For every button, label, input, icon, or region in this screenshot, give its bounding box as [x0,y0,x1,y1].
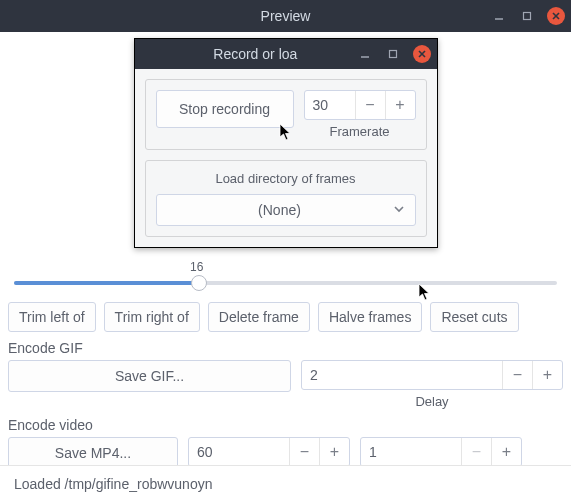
window-titlebar: Preview [0,0,571,32]
dialog-title: Record or loa [213,46,297,62]
video-framerate-input[interactable] [189,444,289,460]
recording-framerate-label: Framerate [330,124,390,139]
status-bar: Loaded /tmp/gifine_robwvunoyn [0,465,571,502]
slider-thumb[interactable] [191,275,207,291]
gif-delay-label: Delay [415,394,448,409]
video-loop-input[interactable] [361,444,461,460]
cursor-icon [418,283,432,301]
close-button[interactable] [547,7,565,25]
directory-combo[interactable]: (None) [156,194,416,226]
cursor-icon [279,123,293,141]
encode-gif-label: Encode GIF [8,340,563,356]
frame-slider[interactable] [14,274,557,292]
gif-delay-input[interactable] [302,367,502,383]
chevron-down-icon [393,202,405,218]
reset-cuts-button[interactable]: Reset cuts [430,302,518,332]
window-title: Preview [261,8,311,24]
encode-video-label: Encode video [8,417,563,433]
video-loop-spinbox[interactable]: − + [360,437,522,467]
halve-frames-button[interactable]: Halve frames [318,302,422,332]
minus-icon[interactable]: − [355,91,385,119]
dialog-maximize-button[interactable] [385,46,401,62]
plus-icon[interactable]: + [491,438,521,466]
trim-right-button[interactable]: Trim right of [104,302,200,332]
minimize-button[interactable] [491,8,507,24]
minus-icon[interactable]: − [289,438,319,466]
trim-left-button[interactable]: Trim left of [8,302,96,332]
status-text: Loaded /tmp/gifine_robwvunoyn [14,476,212,492]
plus-icon[interactable]: + [532,361,562,389]
recording-framerate-input[interactable] [305,97,355,113]
gif-delay-spinbox[interactable]: − + [301,360,563,390]
stop-recording-button[interactable]: Stop recording [156,90,294,128]
dialog-titlebar: Record or loa [135,39,437,69]
save-gif-button[interactable]: Save GIF... [8,360,291,392]
plus-icon[interactable]: + [385,91,415,119]
svg-rect-1 [524,13,531,20]
slider-value-label: 16 [190,260,557,274]
video-framerate-spinbox[interactable]: − + [188,437,350,467]
maximize-button[interactable] [519,8,535,24]
record-dialog: Record or loa Stop recording [134,38,438,248]
dialog-close-button[interactable] [413,45,431,63]
minus-icon[interactable]: − [502,361,532,389]
recording-framerate-spinbox[interactable]: − + [304,90,416,120]
dialog-minimize-button[interactable] [357,46,373,62]
minus-icon[interactable]: − [461,438,491,466]
svg-rect-5 [389,51,396,58]
delete-frame-button[interactable]: Delete frame [208,302,310,332]
directory-combo-value: (None) [167,202,393,218]
plus-icon[interactable]: + [319,438,349,466]
load-directory-label: Load directory of frames [156,171,416,186]
